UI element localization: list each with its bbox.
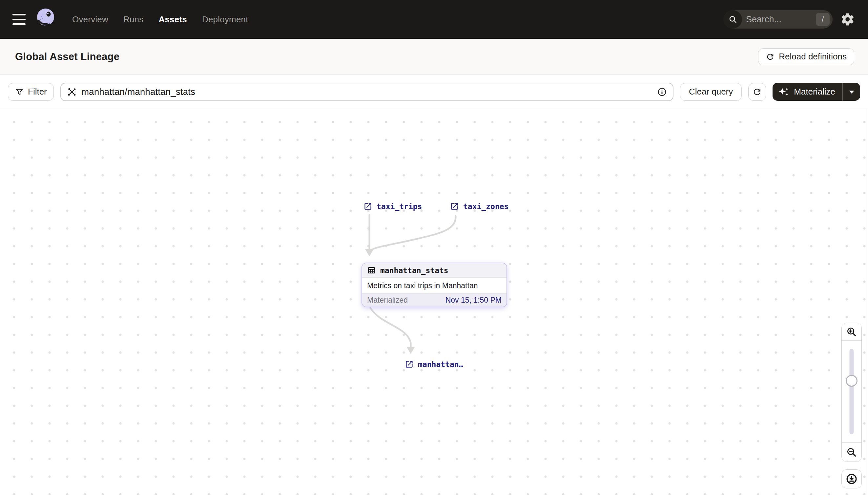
external-link-icon — [364, 202, 372, 211]
materialize-button[interactable]: Materialize — [773, 83, 843, 101]
external-link-icon — [450, 202, 459, 211]
page-title: Global Asset Lineage — [15, 51, 119, 63]
filter-funnel-icon — [15, 87, 24, 97]
asset-card-description: Metrics on taxi trips in Manhattan — [362, 278, 507, 293]
menu-icon[interactable] — [13, 14, 25, 25]
zoom-out-button[interactable] — [842, 443, 862, 462]
nav-item-deployment[interactable]: Deployment — [202, 14, 248, 24]
materialize-dropdown-caret[interactable] — [843, 83, 860, 101]
status-label: Materialized — [367, 296, 408, 305]
table-icon — [367, 266, 376, 275]
asset-card-header: manhattan_stats — [362, 263, 507, 278]
zoom-controls — [842, 323, 862, 462]
lineage-toolbar: Filter — [0, 75, 868, 109]
search-shortcut-badge: / — [816, 13, 830, 26]
filter-button[interactable]: Filter — [8, 83, 54, 101]
canvas-scrollbar-gutter[interactable] — [866, 109, 868, 495]
materialize-split-button: Materialize — [773, 83, 860, 101]
top-nav: Overview Runs Assets Deployment / — [0, 0, 868, 39]
asset-card-manhattan-stats[interactable]: manhattan_stats Metrics on taxi trips in… — [361, 262, 507, 307]
asset-query-field — [60, 83, 673, 101]
nav-item-assets[interactable]: Assets — [158, 14, 187, 24]
asset-card-status-row: Materialized Nov 15, 1:50 PM — [362, 293, 507, 307]
asset-card-name: manhattan_stats — [380, 266, 448, 275]
gear-icon[interactable] — [840, 12, 855, 27]
sparkles-icon — [778, 87, 790, 97]
page-header: Global Asset Lineage Reload definitions — [0, 39, 868, 75]
zoom-slider[interactable] — [842, 341, 862, 443]
primary-nav: Overview Runs Assets Deployment — [72, 14, 248, 24]
refresh-icon — [766, 52, 775, 62]
nav-right: / — [724, 10, 855, 29]
refresh-graph-button[interactable] — [748, 83, 766, 101]
global-search[interactable]: / — [724, 10, 833, 29]
search-icon — [724, 10, 742, 29]
zoom-in-button[interactable] — [842, 323, 862, 341]
asset-node-manhattan-downstream[interactable]: manhattan… — [405, 360, 463, 369]
info-icon[interactable] — [657, 87, 667, 97]
refresh-icon — [752, 87, 762, 97]
zoom-slider-track[interactable] — [850, 349, 854, 434]
nav-item-runs[interactable]: Runs — [123, 14, 144, 24]
download-image-button[interactable] — [842, 470, 862, 489]
graph-icon — [67, 87, 77, 97]
asset-node-taxi-trips[interactable]: taxi_trips — [364, 202, 422, 211]
nav-item-overview[interactable]: Overview — [72, 14, 108, 24]
reload-definitions-button[interactable]: Reload definitions — [758, 48, 854, 65]
clear-query-button[interactable]: Clear query — [680, 83, 742, 101]
search-input[interactable] — [742, 14, 816, 24]
asset-node-taxi-zones[interactable]: taxi_zones — [450, 202, 509, 211]
status-timestamp: Nov 15, 1:50 PM — [445, 296, 501, 305]
dagster-logo-icon[interactable] — [35, 7, 57, 32]
lineage-canvas[interactable]: taxi_trips taxi_zones manhattan_stats M — [0, 109, 868, 495]
zoom-slider-handle[interactable] — [846, 375, 857, 387]
external-link-icon — [405, 360, 414, 369]
asset-query-input[interactable] — [81, 87, 653, 97]
